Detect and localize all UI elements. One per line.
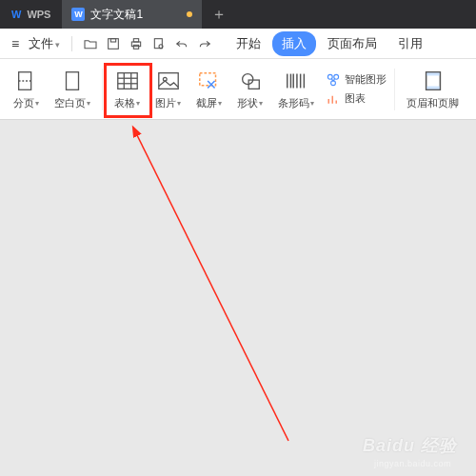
doc-icon: W [71,8,85,21]
barcode-button[interactable]: 条形码▾ [274,66,318,112]
svg-rect-7 [18,72,30,90]
menubar: ≡ 文件▾ 开始 插入 页面布局 引用 [0,29,476,59]
preview-icon[interactable] [149,33,169,54]
new-tab-button[interactable]: ＋ [203,0,235,29]
ribbon-tabs: 开始 插入 页面布局 引用 [227,31,432,56]
table-icon [115,68,140,94]
wps-logo-icon: W [11,9,21,20]
barcode-icon [284,68,308,94]
image-icon [156,68,181,94]
tab-layout[interactable]: 页面布局 [318,31,387,56]
screenshot-button[interactable]: 截屏▾ [192,66,226,112]
svg-rect-4 [134,45,139,49]
svg-rect-9 [67,72,79,90]
blank-page-button[interactable]: 空白页▾ [50,66,94,112]
blank-page-icon [60,68,85,94]
watermark-sub: jingyan.baidu.com [374,459,451,468]
undo-icon[interactable] [171,33,192,54]
shape-button[interactable]: 形状▾ [233,66,267,112]
svg-rect-0 [109,38,119,49]
screenshot-icon [197,68,222,94]
smart-chart-group: 智能图形 图表 [326,72,387,107]
unsaved-dot-icon [187,11,192,17]
chart-label: 图表 [345,91,366,106]
tab-reference[interactable]: 引用 [388,31,432,56]
save-icon[interactable] [103,33,124,54]
open-icon[interactable] [80,33,101,54]
ribbon-insert: 分页▾ 空白页▾ 表格▾ 图片▾ 截屏▾ 形 [0,59,476,120]
document-workspace[interactable] [0,120,476,476]
print-icon[interactable] [126,33,147,54]
svg-point-18 [242,74,252,85]
app-brand: W WPS [0,0,62,29]
file-menu[interactable]: 文件▾ [25,35,64,52]
svg-rect-1 [111,38,116,41]
separator [394,69,395,110]
paging-icon [14,68,39,94]
titlebar: W WPS W 文字文稿1 ＋ [0,0,476,29]
tab-insert[interactable]: 插入 [272,31,316,56]
svg-rect-10 [117,73,136,89]
watermark: Baidu 经验 [363,434,457,457]
chart-button[interactable]: 图表 [326,91,387,107]
svg-rect-17 [199,73,215,86]
document-tab[interactable]: W 文字文稿1 [62,0,203,29]
smartart-label: 智能图形 [345,72,387,87]
header-footer-icon [421,68,446,94]
svg-rect-5 [155,38,163,48]
tab-start[interactable]: 开始 [227,31,270,56]
table-button[interactable]: 表格▾ [110,66,144,112]
brand-text: WPS [27,9,50,20]
shape-icon [238,68,263,94]
svg-rect-3 [134,38,139,41]
separator [71,36,72,51]
hamburger-icon[interactable]: ≡ [8,36,23,51]
image-button[interactable]: 图片▾ [151,66,185,112]
paging-button[interactable]: 分页▾ [10,66,43,112]
svg-rect-15 [158,73,177,89]
header-footer-button[interactable]: 页眉和页脚 [403,66,463,112]
separator [102,69,103,110]
smartart-button[interactable]: 智能图形 [326,72,387,88]
doc-title: 文字文稿1 [90,7,143,23]
redo-icon[interactable] [194,33,215,54]
svg-rect-2 [132,42,141,47]
